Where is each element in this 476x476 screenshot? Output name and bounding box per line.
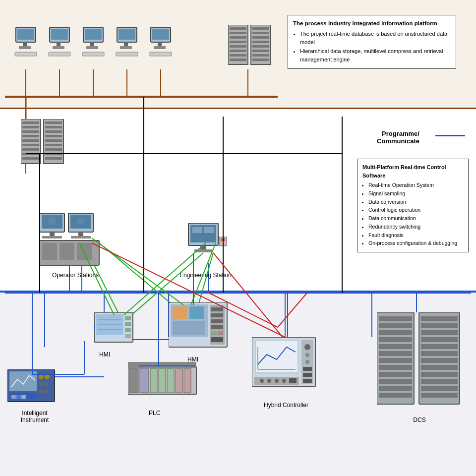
svg-rect-99 [42, 236, 62, 238]
svg-rect-35 [19, 46, 31, 49]
engineering-station-label: Engineering Station [179, 272, 232, 279]
svg-rect-137 [211, 331, 217, 335]
svg-point-167 [305, 360, 309, 364]
mp-item-8: On-process configuration & debugging [368, 239, 463, 247]
svg-rect-122 [125, 316, 131, 320]
svg-rect-104 [71, 236, 91, 238]
svg-rect-69 [252, 36, 269, 39]
mid-server-rack [21, 119, 65, 176]
svg-rect-188 [379, 386, 412, 391]
top-server-rack [228, 25, 273, 76]
svg-rect-71 [252, 45, 269, 48]
svg-rect-84 [22, 157, 39, 160]
svg-rect-135 [211, 319, 223, 323]
svg-rect-133 [211, 307, 223, 311]
svg-rect-45 [86, 46, 98, 49]
svg-rect-107 [60, 243, 74, 260]
svg-rect-192 [421, 323, 458, 328]
svg-rect-116 [221, 238, 225, 241]
svg-rect-81 [22, 144, 39, 146]
svg-rect-72 [252, 50, 269, 52]
svg-rect-126 [94, 325, 95, 330]
svg-rect-115 [219, 237, 227, 246]
svg-rect-98 [50, 232, 55, 236]
svg-rect-181 [379, 337, 412, 342]
mp-item-6: Redundancy switching [368, 223, 463, 231]
prog-comm-label: Programme/Communicate [377, 130, 419, 145]
svg-rect-55 [154, 46, 166, 49]
computer-2 [48, 27, 71, 71]
svg-rect-136 [211, 325, 223, 329]
svg-point-166 [305, 353, 309, 357]
svg-rect-82 [22, 148, 39, 151]
svg-rect-77 [22, 126, 39, 128]
svg-point-97 [48, 217, 56, 225]
svg-rect-63 [230, 50, 246, 52]
svg-rect-151 [129, 368, 138, 393]
svg-rect-87 [45, 126, 62, 128]
svg-rect-65 [230, 59, 246, 61]
svg-rect-141 [9, 371, 37, 391]
svg-rect-86 [45, 121, 62, 124]
svg-rect-125 [125, 334, 131, 338]
mp-item-7: Fault diagnosis [368, 232, 463, 239]
svg-rect-59 [230, 32, 246, 34]
svg-rect-168 [303, 367, 312, 371]
svg-rect-90 [45, 139, 62, 142]
svg-rect-46 [82, 52, 104, 56]
svg-rect-74 [252, 59, 269, 61]
svg-point-175 [282, 379, 286, 383]
hmi-1 [94, 312, 134, 349]
multi-platform-box: Multi-Platform Real-time Control Softwar… [357, 159, 469, 252]
computer-4 [115, 27, 139, 71]
svg-rect-51 [116, 52, 138, 56]
svg-rect-40 [53, 46, 64, 49]
svg-rect-178 [379, 316, 412, 321]
svg-rect-58 [230, 27, 246, 30]
svg-rect-79 [22, 135, 39, 137]
svg-rect-78 [22, 130, 39, 133]
svg-rect-56 [150, 52, 172, 56]
svg-rect-61 [230, 41, 246, 43]
svg-rect-44 [90, 42, 94, 46]
svg-rect-38 [51, 29, 68, 40]
multi-platform-list: Real-time Operation System Signal sampli… [368, 181, 463, 247]
svg-rect-83 [22, 153, 39, 155]
svg-rect-187 [379, 379, 412, 384]
hmi-2 [169, 302, 228, 354]
svg-rect-67 [252, 27, 269, 30]
multi-platform-title: Multi-Platform Real-time Control Softwar… [362, 163, 463, 179]
dcs-device [377, 312, 461, 414]
svg-rect-112 [204, 227, 214, 233]
svg-rect-191 [421, 316, 458, 321]
svg-rect-114 [194, 249, 212, 252]
mp-item-4: Control logic operation [368, 206, 463, 214]
svg-rect-54 [158, 42, 162, 46]
svg-rect-48 [119, 29, 135, 40]
svg-rect-89 [45, 135, 62, 137]
svg-rect-70 [252, 41, 269, 43]
svg-rect-33 [17, 29, 34, 40]
svg-rect-196 [421, 351, 458, 356]
engineering-station [183, 223, 228, 270]
svg-point-174 [275, 379, 279, 383]
svg-rect-158 [128, 362, 196, 368]
svg-point-165 [304, 344, 310, 350]
svg-rect-169 [303, 373, 312, 377]
svg-point-142 [39, 374, 44, 379]
svg-rect-199 [421, 372, 458, 377]
svg-rect-68 [252, 32, 269, 34]
svg-rect-50 [120, 46, 132, 49]
svg-rect-130 [189, 306, 204, 319]
prog-comm-line [435, 135, 465, 136]
svg-rect-200 [421, 379, 458, 384]
svg-rect-153 [150, 368, 157, 393]
mp-item-5: Data communication [368, 215, 463, 223]
svg-point-102 [77, 217, 85, 225]
svg-rect-123 [125, 322, 131, 326]
top-info-box: The process industry integrated informat… [288, 15, 456, 69]
plc-label: PLC [149, 410, 160, 416]
svg-point-172 [260, 379, 264, 383]
svg-rect-49 [124, 42, 128, 46]
svg-rect-182 [379, 344, 412, 349]
